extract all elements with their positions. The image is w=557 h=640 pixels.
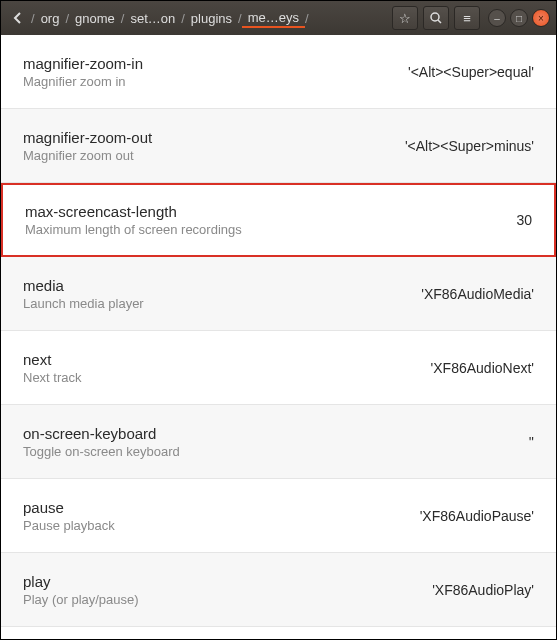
row-description: Magnifier zoom out <box>23 148 405 163</box>
search-button[interactable] <box>423 6 449 30</box>
row-description: Toggle on-screen keyboard <box>23 444 529 459</box>
settings-row[interactable]: pausePause playback'XF86AudioPause' <box>1 479 556 553</box>
row-key: next <box>23 351 431 368</box>
breadcrumb-item[interactable]: gnome <box>69 9 121 28</box>
breadcrumb-item[interactable]: me…eys <box>242 8 305 28</box>
svg-point-0 <box>431 13 439 21</box>
breadcrumbs: /org/gnome/set…on/plugins/me…eys/ <box>31 8 387 28</box>
breadcrumb-item[interactable]: org <box>35 9 66 28</box>
settings-row[interactable]: magnifier-zoom-outMagnifier zoom out'<Al… <box>1 109 556 183</box>
row-key: pause <box>23 499 420 516</box>
maximize-button[interactable]: □ <box>510 9 528 27</box>
row-key: play <box>23 573 432 590</box>
back-icon[interactable] <box>7 7 29 29</box>
breadcrumb-item[interactable]: set…on <box>124 9 181 28</box>
row-value: 'XF86AudioMedia' <box>421 286 534 302</box>
row-value: 'XF86AudioPause' <box>420 508 534 524</box>
row-description: Pause playback <box>23 518 420 533</box>
minimize-button[interactable]: – <box>488 9 506 27</box>
bookmark-button[interactable]: ☆ <box>392 6 418 30</box>
row-key: media <box>23 277 421 294</box>
row-key: max-screencast-length <box>25 203 516 220</box>
row-value: 'XF86AudioNext' <box>431 360 534 376</box>
row-text: magnifier-zoom-outMagnifier zoom out <box>23 129 405 163</box>
row-description: Next track <box>23 370 431 385</box>
row-text: max-screencast-lengthMaximum length of s… <box>25 203 516 237</box>
row-description: Launch media player <box>23 296 421 311</box>
settings-row[interactable]: previousPrevious track'XF86AudioPrev' <box>1 627 556 640</box>
row-value: '<Alt><Super>equal' <box>408 64 534 80</box>
row-text: pausePause playback <box>23 499 420 533</box>
row-text: on-screen-keyboardToggle on-screen keybo… <box>23 425 529 459</box>
settings-row[interactable]: mediaLaunch media player'XF86AudioMedia' <box>1 257 556 331</box>
settings-row[interactable]: playPlay (or play/pause)'XF86AudioPlay' <box>1 553 556 627</box>
row-text: playPlay (or play/pause) <box>23 573 432 607</box>
settings-list: magnifier-zoom-inMagnifier zoom in'<Alt>… <box>1 35 556 640</box>
row-value: 30 <box>516 212 532 228</box>
settings-row[interactable]: on-screen-keyboardToggle on-screen keybo… <box>1 405 556 479</box>
titlebar: /org/gnome/set…on/plugins/me…eys/ ☆ ≡ – … <box>1 1 556 35</box>
row-key: on-screen-keyboard <box>23 425 529 442</box>
svg-line-1 <box>438 20 441 23</box>
settings-row[interactable]: max-screencast-lengthMaximum length of s… <box>1 183 556 257</box>
row-text: nextNext track <box>23 351 431 385</box>
row-value: '<Alt><Super>minus' <box>405 138 534 154</box>
close-button[interactable]: × <box>532 9 550 27</box>
menu-button[interactable]: ≡ <box>454 6 480 30</box>
row-value: 'XF86AudioPlay' <box>432 582 534 598</box>
row-key: magnifier-zoom-in <box>23 55 408 72</box>
row-value: '' <box>529 434 534 450</box>
settings-row[interactable]: nextNext track'XF86AudioNext' <box>1 331 556 405</box>
row-description: Magnifier zoom in <box>23 74 408 89</box>
settings-row[interactable]: magnifier-zoom-inMagnifier zoom in'<Alt>… <box>1 35 556 109</box>
row-text: magnifier-zoom-inMagnifier zoom in <box>23 55 408 89</box>
row-key: magnifier-zoom-out <box>23 129 405 146</box>
row-text: mediaLaunch media player <box>23 277 421 311</box>
row-description: Maximum length of screen recordings <box>25 222 516 237</box>
breadcrumb-item[interactable]: plugins <box>185 9 238 28</box>
row-description: Play (or play/pause) <box>23 592 432 607</box>
breadcrumb-separator: / <box>305 11 309 26</box>
window-controls: – □ × <box>488 9 550 27</box>
